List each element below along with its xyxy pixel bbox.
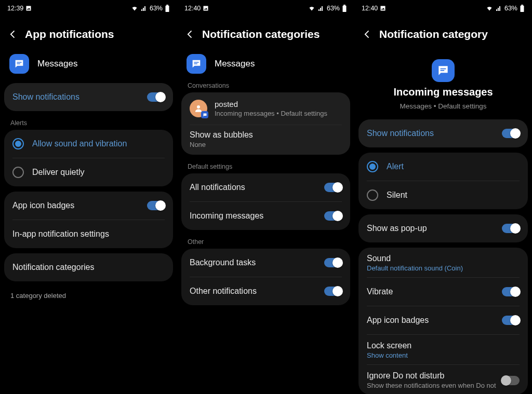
silent-radio[interactable] [367, 189, 378, 201]
app-header-row[interactable]: Messages [0, 51, 177, 83]
allow-sound-radio[interactable] [12, 138, 24, 150]
dnd-row[interactable]: Ignore Do not disturb Show these notific… [358, 365, 528, 394]
badges-label: App icon badges [367, 316, 502, 325]
image-icon [380, 5, 386, 11]
other-notifications-toggle[interactable] [324, 287, 342, 296]
back-button[interactable] [7, 29, 19, 40]
conversations-card: posted Incoming messages • Default setti… [181, 92, 350, 155]
other-card: Background tasks Other notifications [181, 249, 350, 305]
allow-sound-row[interactable]: Allow sound and vibration [4, 130, 173, 158]
background-tasks-row[interactable]: Background tasks [181, 249, 350, 277]
incoming-messages-row[interactable]: Incoming messages [181, 202, 350, 230]
lock-screen-row[interactable]: Lock screen Show content [358, 335, 528, 364]
alert-row[interactable]: Alert [358, 153, 528, 181]
app-icon-badges-label: App icon badges [12, 201, 147, 210]
badges-toggle[interactable] [502, 316, 520, 325]
sound-row[interactable]: Sound Default notification sound (Coin) [358, 248, 528, 277]
all-notifications-toggle[interactable] [324, 183, 342, 192]
section-defaults: Default settings [177, 160, 354, 173]
sound-sub: Default notification sound (Coin) [367, 264, 520, 272]
back-button[interactable] [362, 29, 373, 40]
app-header-row[interactable]: Messages [177, 51, 354, 79]
background-tasks-toggle[interactable] [324, 258, 342, 267]
popup-row[interactable]: Show as pop-up [358, 214, 528, 242]
status-time: 12:40 [362, 5, 378, 12]
other-notifications-label: Other notifications [190, 287, 324, 296]
conversation-row[interactable]: posted Incoming messages • Default setti… [181, 92, 350, 125]
lock-screen-label: Lock screen [367, 341, 520, 350]
background-tasks-label: Background tasks [190, 258, 324, 267]
app-icon-badges-toggle[interactable] [147, 201, 165, 210]
phone-notification-category: 12:40 63% Notification category Incoming… [354, 0, 532, 394]
svg-rect-4 [343, 6, 347, 12]
svg-rect-3 [17, 63, 20, 64]
options-card: Sound Default notification sound (Coin) … [358, 248, 528, 394]
badges-row[interactable]: App icon badges [358, 306, 528, 334]
dnd-sub: Show these notifications even when Do no… [367, 382, 502, 389]
bubbles-label: Show as bubbles [190, 130, 342, 140]
show-notifications-card: Show notifications [358, 119, 528, 147]
show-notifications-row[interactable]: Show notifications [358, 119, 528, 147]
signal-icon [495, 5, 502, 11]
page-title: Notification category [379, 28, 488, 40]
all-notifications-row[interactable]: All notifications [181, 173, 350, 201]
popup-toggle[interactable] [502, 224, 520, 233]
alert-radio[interactable] [367, 161, 378, 172]
defaults-card: All notifications Incoming messages [181, 173, 350, 230]
header: App notifications [0, 16, 177, 51]
app-name: Messages [215, 59, 255, 69]
show-notifications-toggle[interactable] [147, 92, 165, 102]
incoming-messages-toggle[interactable] [324, 211, 342, 221]
popup-card: Show as pop-up [358, 214, 528, 242]
in-app-settings-row[interactable]: In-app notification settings [4, 220, 173, 248]
svg-rect-6 [194, 62, 198, 62]
svg-rect-0 [166, 6, 169, 12]
battery-icon [520, 5, 525, 12]
show-notifications-label: Show notifications [12, 92, 147, 102]
svg-rect-2 [17, 62, 21, 62]
status-time: 12:40 [184, 5, 201, 12]
vibrate-toggle[interactable] [502, 287, 520, 296]
category-header: Incoming messages Messages • Default set… [354, 51, 532, 119]
back-button[interactable] [184, 29, 196, 40]
all-notifications-label: All notifications [190, 183, 324, 192]
silent-row[interactable]: Silent [358, 181, 528, 209]
show-notifications-row[interactable]: Show notifications [4, 83, 173, 111]
categories-card: Notification categories [4, 253, 173, 281]
page-title: Notification categories [202, 28, 320, 40]
app-name: Messages [37, 59, 77, 69]
notification-categories-label: Notification categories [12, 263, 165, 272]
alerts-card: Allow sound and vibration Deliver quietl… [4, 130, 173, 186]
conversation-sub: Incoming messages • Default settings [215, 110, 342, 117]
battery-text: 63% [504, 5, 517, 12]
svg-rect-9 [521, 6, 524, 12]
page-title: App notifications [25, 28, 114, 40]
deliver-quietly-radio[interactable] [12, 167, 24, 178]
vibrate-row[interactable]: Vibrate [358, 278, 528, 306]
dnd-toggle[interactable] [502, 376, 520, 385]
alert-label: Alert [387, 162, 520, 171]
svg-point-8 [197, 105, 200, 108]
wifi-icon [131, 5, 138, 11]
app-icon-badges-row[interactable]: App icon badges [4, 192, 173, 220]
section-other: Other [177, 235, 354, 249]
show-notifications-toggle[interactable] [502, 129, 520, 138]
section-alerts: Alerts [0, 116, 177, 130]
messages-app-icon [432, 59, 455, 82]
vibrate-label: Vibrate [367, 287, 502, 296]
bubbles-row[interactable]: Show as bubbles None [181, 125, 350, 155]
alert-mode-card: Alert Silent [358, 153, 528, 209]
notification-categories-row[interactable]: Notification categories [4, 253, 173, 281]
deliver-quietly-row[interactable]: Deliver quietly [4, 158, 173, 186]
badges-card: App icon badges In-app notification sett… [4, 192, 173, 248]
other-notifications-row[interactable]: Other notifications [181, 277, 350, 305]
battery-text: 63% [327, 5, 340, 12]
bubbles-sub: None [190, 141, 342, 148]
signal-icon [317, 5, 325, 11]
messages-app-icon [9, 54, 29, 74]
in-app-settings-label: In-app notification settings [12, 229, 165, 239]
image-icon [203, 5, 209, 11]
status-bar: 12:40 63% [177, 0, 354, 16]
allow-sound-label: Allow sound and vibration [32, 139, 165, 148]
svg-rect-11 [441, 69, 446, 70]
